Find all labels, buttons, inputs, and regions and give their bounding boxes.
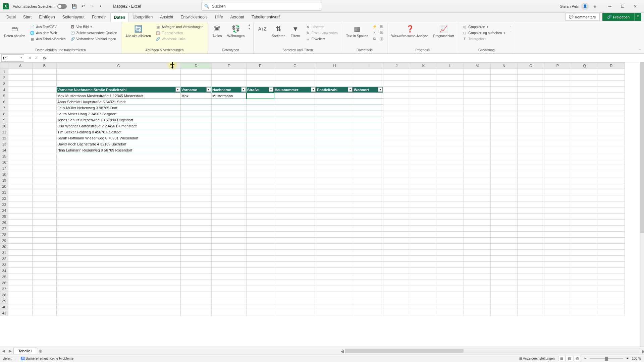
cell[interactable]	[212, 69, 247, 75]
cell[interactable]	[383, 189, 410, 195]
cell[interactable]	[410, 214, 437, 220]
cell[interactable]	[33, 207, 57, 214]
cell[interactable]	[212, 256, 247, 262]
cell[interactable]	[598, 99, 625, 105]
cell[interactable]	[410, 147, 437, 153]
cell[interactable]	[353, 117, 383, 123]
cell[interactable]	[464, 117, 491, 123]
cell[interactable]	[33, 244, 57, 250]
cell[interactable]	[247, 93, 274, 99]
cell[interactable]	[57, 171, 181, 177]
cell[interactable]	[57, 226, 181, 232]
cell[interactable]	[33, 141, 57, 147]
cell[interactable]: Nina Lehmann Rosenweg 9 56789 Rosendorf	[57, 147, 181, 153]
cell[interactable]	[33, 129, 57, 135]
cell[interactable]	[410, 165, 437, 171]
cell[interactable]	[247, 286, 274, 292]
cell[interactable]	[274, 195, 316, 201]
cell[interactable]	[8, 226, 33, 232]
row-header[interactable]: 35	[0, 274, 8, 280]
cell[interactable]	[353, 129, 383, 135]
cell[interactable]	[181, 141, 212, 147]
cell[interactable]	[437, 262, 464, 268]
cell[interactable]	[437, 250, 464, 256]
cell[interactable]	[518, 214, 544, 220]
cell[interactable]	[464, 75, 491, 81]
cell[interactable]	[464, 87, 491, 93]
cell[interactable]	[383, 171, 410, 177]
cell[interactable]	[464, 238, 491, 244]
cell[interactable]	[437, 183, 464, 189]
cell[interactable]	[571, 165, 598, 171]
refresh-all-button[interactable]: 🔄 Alle aktualisieren	[123, 23, 153, 39]
cell[interactable]	[544, 232, 571, 238]
cell[interactable]	[181, 298, 212, 304]
cell[interactable]	[437, 75, 464, 81]
cell[interactable]	[57, 310, 181, 316]
zoom-level[interactable]: 100 %	[632, 357, 641, 360]
cell[interactable]	[33, 93, 57, 99]
row-header[interactable]: 26	[0, 220, 8, 226]
cell[interactable]	[274, 99, 316, 105]
column-header[interactable]: E	[212, 63, 247, 69]
cell[interactable]	[316, 123, 353, 129]
tab-überprüfen[interactable]: Überprüfen	[129, 12, 156, 22]
cell[interactable]	[33, 171, 57, 177]
tab-datei[interactable]: Datei	[3, 12, 19, 22]
cell[interactable]	[212, 310, 247, 316]
column-header[interactable]: C	[57, 63, 181, 69]
cell[interactable]	[598, 135, 625, 141]
cell[interactable]	[491, 123, 518, 129]
row-header[interactable]: 38	[0, 292, 8, 298]
cell[interactable]	[437, 153, 464, 159]
cell[interactable]	[57, 286, 181, 292]
cell[interactable]	[181, 292, 212, 298]
cell[interactable]	[437, 310, 464, 316]
cell[interactable]	[437, 220, 464, 226]
cell[interactable]	[57, 232, 181, 238]
cell[interactable]	[247, 304, 274, 310]
cell[interactable]	[518, 141, 544, 147]
cell[interactable]	[437, 256, 464, 262]
cell[interactable]	[464, 304, 491, 310]
cell[interactable]	[181, 304, 212, 310]
whatif-button[interactable]: ❓ Was-wäre-wenn-Analyse	[389, 23, 431, 39]
cell[interactable]	[353, 244, 383, 250]
cell[interactable]	[383, 129, 410, 135]
row-header[interactable]: 30	[0, 244, 8, 250]
cell[interactable]	[571, 105, 598, 111]
cell[interactable]	[464, 69, 491, 75]
cell[interactable]	[571, 117, 598, 123]
cell[interactable]	[247, 99, 274, 105]
cell[interactable]	[316, 232, 353, 238]
cell[interactable]	[57, 195, 181, 201]
cell[interactable]	[212, 207, 247, 214]
filter-dropdown-icon[interactable]: ▼	[269, 87, 273, 92]
column-header[interactable]: A	[8, 63, 33, 69]
cell[interactable]	[571, 129, 598, 135]
diamond-icon[interactable]: ◈	[593, 4, 596, 9]
cell[interactable]	[464, 81, 491, 87]
cell[interactable]	[8, 123, 33, 129]
cell[interactable]	[316, 183, 353, 189]
cell[interactable]	[491, 81, 518, 87]
cell[interactable]	[410, 153, 437, 159]
cell[interactable]	[353, 93, 383, 99]
cell[interactable]	[437, 159, 464, 165]
cell[interactable]	[181, 256, 212, 262]
cell[interactable]: David Koch Bachstraße 4 32109 Bachdorf	[57, 141, 181, 147]
cell[interactable]	[383, 244, 410, 250]
cell[interactable]	[518, 280, 544, 286]
cell[interactable]	[464, 207, 491, 214]
cell[interactable]	[518, 207, 544, 214]
cell[interactable]	[33, 268, 57, 274]
cell[interactable]	[544, 123, 571, 129]
row-header[interactable]: 24	[0, 207, 8, 214]
cell[interactable]	[8, 183, 33, 189]
cell[interactable]	[8, 274, 33, 280]
cell[interactable]	[247, 81, 274, 87]
cell[interactable]	[274, 147, 316, 153]
sort-asc-button[interactable]: A↓Z	[256, 23, 269, 34]
cell[interactable]	[316, 171, 353, 177]
cell[interactable]	[353, 159, 383, 165]
